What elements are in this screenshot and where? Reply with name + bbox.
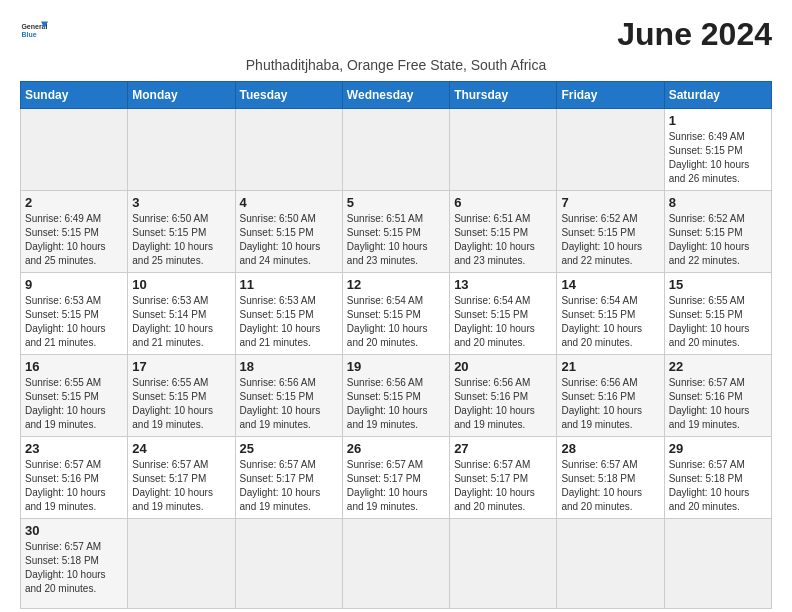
- calendar-cell: [450, 109, 557, 191]
- day-info: Sunrise: 6:54 AM Sunset: 5:15 PM Dayligh…: [347, 294, 445, 350]
- weekday-header-thursday: Thursday: [450, 82, 557, 109]
- calendar-cell: [128, 109, 235, 191]
- calendar-cell: 5Sunrise: 6:51 AM Sunset: 5:15 PM Daylig…: [342, 191, 449, 273]
- day-info: Sunrise: 6:51 AM Sunset: 5:15 PM Dayligh…: [454, 212, 552, 268]
- calendar-cell: 3Sunrise: 6:50 AM Sunset: 5:15 PM Daylig…: [128, 191, 235, 273]
- calendar-cell: 9Sunrise: 6:53 AM Sunset: 5:15 PM Daylig…: [21, 273, 128, 355]
- day-number: 26: [347, 441, 445, 456]
- day-number: 15: [669, 277, 767, 292]
- day-number: 23: [25, 441, 123, 456]
- day-number: 20: [454, 359, 552, 374]
- calendar-cell: 7Sunrise: 6:52 AM Sunset: 5:15 PM Daylig…: [557, 191, 664, 273]
- day-info: Sunrise: 6:53 AM Sunset: 5:14 PM Dayligh…: [132, 294, 230, 350]
- day-number: 13: [454, 277, 552, 292]
- weekday-header-row: SundayMondayTuesdayWednesdayThursdayFrid…: [21, 82, 772, 109]
- calendar-cell: [21, 109, 128, 191]
- day-info: Sunrise: 6:49 AM Sunset: 5:15 PM Dayligh…: [669, 130, 767, 186]
- calendar-cell: 25Sunrise: 6:57 AM Sunset: 5:17 PM Dayli…: [235, 437, 342, 519]
- day-number: 2: [25, 195, 123, 210]
- day-info: Sunrise: 6:49 AM Sunset: 5:15 PM Dayligh…: [25, 212, 123, 268]
- calendar-cell: 23Sunrise: 6:57 AM Sunset: 5:16 PM Dayli…: [21, 437, 128, 519]
- day-number: 6: [454, 195, 552, 210]
- day-number: 29: [669, 441, 767, 456]
- calendar-cell: 6Sunrise: 6:51 AM Sunset: 5:15 PM Daylig…: [450, 191, 557, 273]
- calendar-cell: 15Sunrise: 6:55 AM Sunset: 5:15 PM Dayli…: [664, 273, 771, 355]
- weekday-header-monday: Monday: [128, 82, 235, 109]
- calendar-cell: 13Sunrise: 6:54 AM Sunset: 5:15 PM Dayli…: [450, 273, 557, 355]
- day-info: Sunrise: 6:54 AM Sunset: 5:15 PM Dayligh…: [561, 294, 659, 350]
- day-info: Sunrise: 6:57 AM Sunset: 5:17 PM Dayligh…: [132, 458, 230, 514]
- day-info: Sunrise: 6:55 AM Sunset: 5:15 PM Dayligh…: [132, 376, 230, 432]
- calendar-cell: 1Sunrise: 6:49 AM Sunset: 5:15 PM Daylig…: [664, 109, 771, 191]
- logo-icon: General Blue: [20, 16, 48, 44]
- calendar-cell: 28Sunrise: 6:57 AM Sunset: 5:18 PM Dayli…: [557, 437, 664, 519]
- weekday-header-tuesday: Tuesday: [235, 82, 342, 109]
- calendar-week-row: 9Sunrise: 6:53 AM Sunset: 5:15 PM Daylig…: [21, 273, 772, 355]
- calendar-cell: [235, 519, 342, 609]
- weekday-header-wednesday: Wednesday: [342, 82, 449, 109]
- day-info: Sunrise: 6:57 AM Sunset: 5:17 PM Dayligh…: [240, 458, 338, 514]
- calendar-cell: 21Sunrise: 6:56 AM Sunset: 5:16 PM Dayli…: [557, 355, 664, 437]
- day-info: Sunrise: 6:57 AM Sunset: 5:18 PM Dayligh…: [561, 458, 659, 514]
- day-number: 7: [561, 195, 659, 210]
- day-info: Sunrise: 6:55 AM Sunset: 5:15 PM Dayligh…: [669, 294, 767, 350]
- calendar-cell: 27Sunrise: 6:57 AM Sunset: 5:17 PM Dayli…: [450, 437, 557, 519]
- calendar-cell: 2Sunrise: 6:49 AM Sunset: 5:15 PM Daylig…: [21, 191, 128, 273]
- day-info: Sunrise: 6:51 AM Sunset: 5:15 PM Dayligh…: [347, 212, 445, 268]
- page-title: June 2024: [617, 16, 772, 53]
- calendar-cell: 17Sunrise: 6:55 AM Sunset: 5:15 PM Dayli…: [128, 355, 235, 437]
- day-number: 24: [132, 441, 230, 456]
- day-number: 16: [25, 359, 123, 374]
- day-number: 22: [669, 359, 767, 374]
- day-number: 3: [132, 195, 230, 210]
- calendar-cell: 10Sunrise: 6:53 AM Sunset: 5:14 PM Dayli…: [128, 273, 235, 355]
- calendar-cell: 29Sunrise: 6:57 AM Sunset: 5:18 PM Dayli…: [664, 437, 771, 519]
- calendar-week-row: 30Sunrise: 6:57 AM Sunset: 5:18 PM Dayli…: [21, 519, 772, 609]
- calendar-cell: 12Sunrise: 6:54 AM Sunset: 5:15 PM Dayli…: [342, 273, 449, 355]
- calendar-cell: [557, 109, 664, 191]
- day-info: Sunrise: 6:53 AM Sunset: 5:15 PM Dayligh…: [25, 294, 123, 350]
- day-info: Sunrise: 6:57 AM Sunset: 5:16 PM Dayligh…: [25, 458, 123, 514]
- day-info: Sunrise: 6:57 AM Sunset: 5:17 PM Dayligh…: [454, 458, 552, 514]
- logo: General Blue: [20, 16, 48, 44]
- day-number: 1: [669, 113, 767, 128]
- day-info: Sunrise: 6:50 AM Sunset: 5:15 PM Dayligh…: [240, 212, 338, 268]
- calendar-cell: 11Sunrise: 6:53 AM Sunset: 5:15 PM Dayli…: [235, 273, 342, 355]
- calendar-cell: [128, 519, 235, 609]
- calendar-cell: 26Sunrise: 6:57 AM Sunset: 5:17 PM Dayli…: [342, 437, 449, 519]
- day-number: 21: [561, 359, 659, 374]
- page: General Blue June 2024 Phuthaditjhaba, O…: [0, 0, 792, 612]
- day-number: 14: [561, 277, 659, 292]
- calendar-cell: 18Sunrise: 6:56 AM Sunset: 5:15 PM Dayli…: [235, 355, 342, 437]
- day-info: Sunrise: 6:57 AM Sunset: 5:18 PM Dayligh…: [669, 458, 767, 514]
- calendar-cell: [450, 519, 557, 609]
- day-number: 5: [347, 195, 445, 210]
- day-info: Sunrise: 6:56 AM Sunset: 5:15 PM Dayligh…: [347, 376, 445, 432]
- day-info: Sunrise: 6:56 AM Sunset: 5:16 PM Dayligh…: [454, 376, 552, 432]
- calendar-cell: [557, 519, 664, 609]
- calendar-cell: 14Sunrise: 6:54 AM Sunset: 5:15 PM Dayli…: [557, 273, 664, 355]
- calendar-cell: 30Sunrise: 6:57 AM Sunset: 5:18 PM Dayli…: [21, 519, 128, 609]
- day-info: Sunrise: 6:52 AM Sunset: 5:15 PM Dayligh…: [669, 212, 767, 268]
- calendar-cell: [342, 109, 449, 191]
- day-number: 17: [132, 359, 230, 374]
- calendar-week-row: 16Sunrise: 6:55 AM Sunset: 5:15 PM Dayli…: [21, 355, 772, 437]
- day-info: Sunrise: 6:57 AM Sunset: 5:16 PM Dayligh…: [669, 376, 767, 432]
- page-subtitle: Phuthaditjhaba, Orange Free State, South…: [20, 57, 772, 73]
- day-number: 12: [347, 277, 445, 292]
- calendar-cell: 8Sunrise: 6:52 AM Sunset: 5:15 PM Daylig…: [664, 191, 771, 273]
- day-number: 28: [561, 441, 659, 456]
- calendar-cell: 16Sunrise: 6:55 AM Sunset: 5:15 PM Dayli…: [21, 355, 128, 437]
- day-info: Sunrise: 6:50 AM Sunset: 5:15 PM Dayligh…: [132, 212, 230, 268]
- calendar-cell: 22Sunrise: 6:57 AM Sunset: 5:16 PM Dayli…: [664, 355, 771, 437]
- day-number: 30: [25, 523, 123, 538]
- calendar-cell: 4Sunrise: 6:50 AM Sunset: 5:15 PM Daylig…: [235, 191, 342, 273]
- calendar-cell: [664, 519, 771, 609]
- calendar-week-row: 2Sunrise: 6:49 AM Sunset: 5:15 PM Daylig…: [21, 191, 772, 273]
- calendar-cell: [235, 109, 342, 191]
- day-number: 9: [25, 277, 123, 292]
- day-info: Sunrise: 6:56 AM Sunset: 5:15 PM Dayligh…: [240, 376, 338, 432]
- day-number: 19: [347, 359, 445, 374]
- day-info: Sunrise: 6:55 AM Sunset: 5:15 PM Dayligh…: [25, 376, 123, 432]
- day-number: 8: [669, 195, 767, 210]
